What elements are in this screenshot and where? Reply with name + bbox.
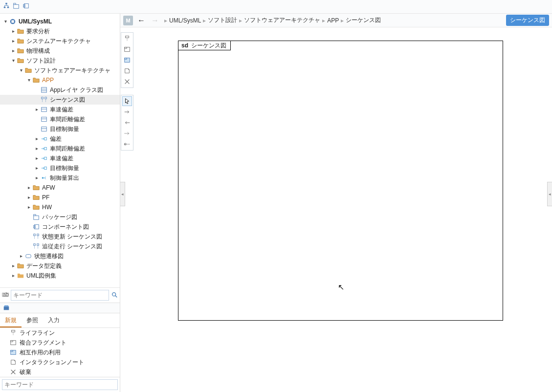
block-icon: [40, 116, 48, 123]
nav-back-button[interactable]: ←: [136, 15, 147, 26]
folder-icon: [17, 57, 24, 64]
tree-item-label: UML/SysML: [17, 18, 52, 25]
palette-item-label: 破棄: [20, 368, 31, 376]
breadcrumb-item[interactable]: シーケンス図: [346, 16, 381, 24]
tool-dash-right[interactable]: [122, 129, 132, 138]
tree-item[interactable]: ▾ソフトウェアアーキテクチャ: [0, 65, 120, 75]
op-icon: [40, 174, 48, 181]
tree-item-label: 追従走行 シーケンス図: [40, 242, 102, 251]
folder-icon: [17, 38, 24, 44]
tree-item-label: 要求分析: [24, 27, 50, 36]
tree-item[interactable]: ▸要求分析: [0, 26, 120, 36]
tree-item-label: 状態更新 シーケンス図: [40, 233, 102, 241]
tree-search-button[interactable]: [111, 291, 118, 300]
seq-diagram-icon: [40, 96, 48, 103]
tree-item[interactable]: ▸目標制御量: [0, 163, 120, 173]
tool-interaction-use[interactable]: [122, 55, 132, 65]
tree-item[interactable]: ▸コンポーネント図: [0, 222, 120, 232]
proj-icon: [9, 18, 17, 25]
top-toolbar: [0, 0, 552, 14]
palette-item[interactable]: 相互作用の利用: [0, 348, 120, 357]
tree-item[interactable]: ▸AFW: [0, 183, 120, 193]
tree-item-label: 車間距離偏差: [48, 145, 85, 153]
tool-arrow-right[interactable]: [122, 107, 132, 117]
tree-item[interactable]: ▾UML/SysML: [0, 17, 120, 26]
breadcrumb-item[interactable]: ソフト設計: [208, 16, 237, 24]
folder-icon: [32, 77, 40, 84]
tree-item[interactable]: ▾APP: [0, 75, 120, 85]
tree-item[interactable]: ▸システムアーキテクチャ: [0, 36, 120, 46]
model-badge: M: [123, 16, 133, 25]
tree-item[interactable]: ▾ソフト設計: [0, 56, 120, 65]
tool-destroy[interactable]: [122, 77, 132, 87]
tree-item[interactable]: ▸シーケンス図: [0, 95, 120, 105]
tree-item-label: Appレイヤ クラス図: [48, 86, 103, 94]
tree-item[interactable]: ▸PF: [0, 193, 120, 202]
tool-arrow-left[interactable]: [122, 118, 132, 128]
breadcrumb[interactable]: ▸UML/SysML▸ソフト設計▸ソフトウェアアーキテクチャ▸APP▸シーケンス…: [163, 16, 381, 24]
tree-item[interactable]: ▸Appレイヤ クラス図: [0, 85, 120, 95]
diagram-type-badge[interactable]: シーケンス図: [506, 15, 549, 26]
tree-item[interactable]: ▸車速偏差: [0, 105, 120, 114]
collapse-right-handle[interactable]: ◂: [547, 182, 552, 206]
tool-fragment[interactable]: [122, 44, 132, 54]
tree-item[interactable]: ▸状態遷移図: [0, 251, 120, 261]
tree-search-input[interactable]: [11, 290, 109, 301]
diagram-canvas[interactable]: sd シーケンス図 ↖: [134, 27, 552, 392]
tree-item[interactable]: ▸目標制御量: [0, 124, 120, 134]
block-icon: [40, 106, 48, 113]
tree-item[interactable]: ▸物理構成: [0, 46, 120, 56]
tree-item[interactable]: ▸車間距離偏差: [0, 114, 120, 124]
palette-item[interactable]: 破棄: [0, 367, 120, 377]
tree-item-label: ソフトウェアアーキテクチャ: [32, 66, 110, 75]
tree-item-label: コンポーネント図: [40, 223, 89, 231]
tree-item[interactable]: ▸車間距離偏差: [0, 144, 120, 153]
tree-item-label: UML図例集: [24, 272, 56, 280]
palette-keyword-input[interactable]: [2, 379, 118, 390]
tool-note[interactable]: [122, 66, 132, 76]
sequence-diagram-frame[interactable]: sd シーケンス図: [178, 41, 503, 321]
tree-item-label: 車間距離偏差: [48, 115, 85, 124]
left-pane: ▾UML/SysML▸要求分析▸システムアーキテクチャ▸物理構成▾ソフト設計▾ソ…: [0, 14, 120, 392]
palette-item-label: インタラクションノート: [20, 358, 84, 367]
port-icon: [40, 155, 48, 162]
abc-filter-icon[interactable]: [2, 291, 9, 300]
tool-pointer[interactable]: [122, 96, 132, 106]
folder-icon: [32, 184, 40, 191]
tool-lifeline[interactable]: [122, 34, 132, 44]
tree-item[interactable]: ▸状態更新 シーケンス図: [0, 232, 120, 241]
palette-item[interactable]: 複合フラグメント: [0, 338, 120, 348]
block-icon: [40, 126, 48, 132]
tree-item[interactable]: ▸データ型定義: [0, 261, 120, 271]
tree-item[interactable]: ▸HW: [0, 202, 120, 212]
collapse-left-handle[interactable]: ◂: [120, 182, 125, 206]
palette-tab[interactable]: 入力: [43, 313, 65, 327]
palette-item[interactable]: インタラクションノート: [0, 357, 120, 367]
tree-item[interactable]: ▸偏差: [0, 134, 120, 144]
breadcrumb-item[interactable]: UML/SysML: [169, 17, 201, 24]
tree-item[interactable]: ▸車速偏差: [0, 153, 120, 163]
model-tree[interactable]: ▾UML/SysML▸要求分析▸システムアーキテクチャ▸物理構成▾ソフト設計▾ソ…: [0, 14, 120, 287]
lifeline-icon: [10, 329, 17, 336]
palette-item-label: 複合フラグメント: [20, 339, 66, 347]
state-diagram-icon: [24, 253, 32, 260]
tree-item[interactable]: ▸追従走行 シーケンス図: [0, 241, 120, 251]
folder-icon: [32, 194, 40, 201]
tool-dash-left-x[interactable]: [122, 139, 132, 149]
store-icon: [3, 304, 10, 312]
tree-item[interactable]: ▸パッケージ図: [0, 212, 120, 222]
breadcrumb-item[interactable]: ソフトウェアアーキテクチャ: [244, 16, 320, 24]
palette-item[interactable]: ライフライン: [0, 328, 120, 338]
tree-item-label: HW: [40, 204, 52, 211]
folder-icon: [17, 47, 24, 54]
hierarchy-icon[interactable]: [3, 2, 10, 11]
palette-tab[interactable]: 新規: [0, 313, 22, 327]
breadcrumb-item[interactable]: APP: [327, 17, 339, 24]
nav-forward-button: →: [150, 15, 160, 26]
tree-item-label: パッケージ図: [40, 213, 77, 221]
tool-column: [120, 27, 134, 392]
tree-item-label: 目標制御量: [48, 125, 79, 133]
palette-tab[interactable]: 参照: [22, 313, 43, 327]
tree-item[interactable]: ▸制御量算出: [0, 173, 120, 183]
tree-item[interactable]: ▸UML図例集: [0, 271, 120, 281]
